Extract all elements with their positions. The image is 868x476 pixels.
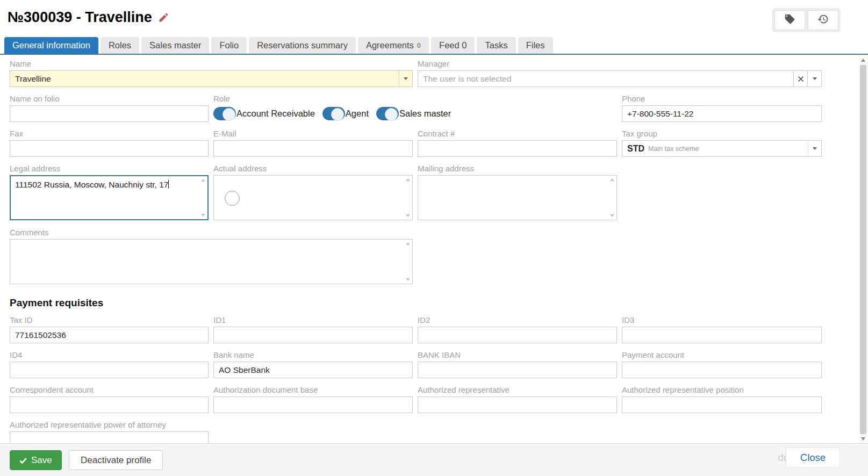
authorized-representative-label: Authorized representative — [418, 385, 617, 394]
legal-address-textarea[interactable]: 111502 Russia, Moscow, Nauchniy str, 17 — [10, 175, 209, 220]
correspondent-account-input[interactable] — [10, 396, 209, 413]
email-label: E-Mail — [213, 129, 413, 138]
name-label: Name — [10, 59, 413, 68]
close-button[interactable]: Close — [786, 448, 840, 468]
toggle-account-receivable-label: Account Receivable — [236, 109, 315, 119]
id1-label: ID1 — [213, 315, 413, 324]
fax-input[interactable] — [10, 140, 209, 157]
payment-account-label: Payment account — [622, 350, 822, 359]
legal-address-value: 111502 Russia, Moscow, Nauchniy str, 17 — [15, 180, 168, 189]
chevron-down-icon — [813, 77, 817, 80]
scroll-down-icon[interactable] — [201, 214, 205, 217]
vertical-scrollbar[interactable] — [859, 56, 868, 443]
toggle-agent[interactable] — [322, 107, 345, 120]
tax-group-dropdown-button[interactable] — [808, 141, 821, 156]
name-on-folio-input[interactable] — [10, 105, 209, 122]
mailing-address-textarea[interactable] — [418, 175, 617, 220]
role-label: Role — [213, 94, 617, 103]
manager-dropdown-button[interactable] — [807, 70, 822, 87]
tab-files[interactable]: Files — [518, 37, 553, 54]
bank-iban-input[interactable] — [418, 362, 617, 378]
tab-tasks[interactable]: Tasks — [477, 37, 515, 54]
footer-action-bar: Save Deactivate profile dows. Close — [0, 443, 868, 476]
id2-input[interactable] — [418, 327, 617, 343]
id3-label: ID3 — [622, 315, 822, 324]
tax-id-label: Tax ID — [10, 315, 209, 324]
authorization-document-base-input[interactable] — [213, 396, 413, 413]
history-icon — [817, 13, 829, 27]
chevron-down-icon — [813, 147, 817, 150]
text-cursor — [168, 180, 169, 189]
email-input[interactable] — [213, 140, 413, 157]
name-dropdown-button[interactable] — [399, 71, 412, 86]
tab-roles[interactable]: Roles — [101, 37, 139, 54]
chevron-down-icon — [404, 77, 408, 80]
tab-general-information[interactable]: General information — [4, 37, 98, 54]
tab-folio[interactable]: Folio — [211, 37, 247, 54]
name-on-folio-label: Name on folio — [10, 94, 209, 103]
correspondent-account-label: Correspondent account — [10, 385, 209, 394]
comments-label: Comments — [10, 228, 413, 237]
tab-feed[interactable]: Feed 0 — [431, 37, 475, 54]
scroll-down-icon[interactable] — [406, 214, 410, 217]
contract-input[interactable] — [418, 140, 617, 157]
payment-account-input[interactable] — [622, 362, 822, 378]
actual-address-textarea[interactable] — [213, 175, 413, 220]
id4-label: ID4 — [10, 350, 209, 359]
deactivate-profile-button[interactable]: Deactivate profile — [69, 450, 163, 470]
scroll-up-icon[interactable] — [201, 179, 205, 182]
tab-reservations-summary[interactable]: Reservations summary — [249, 37, 356, 54]
phone-label: Phone — [622, 94, 822, 103]
scrollbar-thumb[interactable] — [860, 65, 866, 434]
authorized-representative-position-input[interactable] — [622, 396, 822, 413]
comments-textarea[interactable] — [10, 239, 413, 284]
tax-group-select[interactable]: STD Main tax scheme — [622, 140, 822, 157]
actual-address-label: Actual address — [213, 164, 413, 173]
save-button[interactable]: Save — [10, 450, 62, 470]
role-toggles: Account Receivable Agent Sales master — [213, 105, 617, 122]
bank-name-label: Bank name — [213, 350, 413, 359]
contract-label: Contract # — [418, 129, 617, 138]
authorized-representative-position-label: Authorized representative position — [622, 385, 822, 394]
edit-title-icon[interactable] — [158, 12, 169, 23]
power-of-attorney-input[interactable] — [10, 431, 209, 443]
close-icon — [798, 76, 804, 82]
manager-label: Manager — [418, 59, 822, 68]
id1-input[interactable] — [213, 327, 413, 343]
manager-input[interactable] — [418, 70, 794, 87]
check-icon — [19, 457, 27, 464]
tab-bar: General information Roles Sales master F… — [0, 37, 868, 55]
tab-sales-master[interactable]: Sales master — [141, 37, 209, 54]
scroll-up-icon[interactable] — [610, 178, 614, 181]
scroll-down-icon[interactable] — [406, 278, 410, 281]
name-field[interactable]: Travelline — [10, 70, 413, 87]
scroll-up-icon[interactable] — [406, 178, 410, 181]
toggle-sales-master-label: Sales master — [399, 109, 451, 119]
toggle-account-receivable[interactable] — [213, 107, 236, 120]
tax-group-code: STD — [627, 144, 644, 154]
history-button[interactable] — [808, 10, 838, 30]
manager-clear-button[interactable] — [793, 70, 808, 87]
scroll-up-icon[interactable] — [406, 242, 410, 245]
toggle-sales-master[interactable] — [376, 107, 399, 120]
scroll-down-icon[interactable] — [610, 214, 614, 217]
legal-address-label: Legal address — [10, 164, 209, 173]
id4-input[interactable] — [10, 362, 209, 378]
id2-label: ID2 — [418, 315, 617, 324]
header-toolbar — [772, 8, 841, 32]
scrollbar-down-arrow[interactable] — [861, 437, 865, 441]
tags-button[interactable] — [774, 10, 805, 30]
id3-input[interactable] — [622, 327, 822, 343]
agreements-count-badge: 0 — [417, 37, 421, 54]
profile-title-text: №300039 - Travelline — [8, 9, 152, 26]
tab-agreements[interactable]: Agreements0 — [358, 37, 429, 54]
scrollbar-up-arrow[interactable] — [861, 59, 865, 62]
fax-label: Fax — [10, 129, 209, 138]
tax-id-input[interactable] — [10, 327, 209, 343]
authorized-representative-input[interactable] — [418, 396, 617, 413]
bank-iban-label: BANK IBAN — [418, 350, 617, 359]
bank-name-input[interactable] — [213, 362, 413, 378]
general-information-panel: Name Travelline Manager Name on folio Ro… — [0, 59, 859, 443]
phone-input[interactable] — [622, 105, 822, 122]
payment-requisites-title: Payment requisites — [10, 297, 859, 309]
